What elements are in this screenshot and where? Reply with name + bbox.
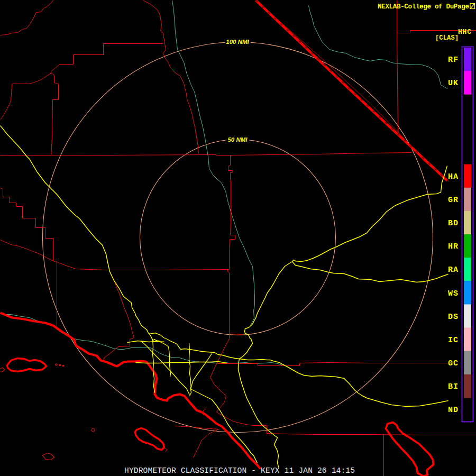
svg-text:HR: HR xyxy=(448,242,458,251)
svg-text:BD: BD xyxy=(448,219,458,228)
svg-text:DS: DS xyxy=(448,313,458,322)
svg-text:50 NMI: 50 NMI xyxy=(227,136,248,143)
svg-text:BI: BI xyxy=(448,382,458,391)
svg-text:[CLAS]: [CLAS] xyxy=(435,34,459,42)
svg-text:GR: GR xyxy=(448,196,458,205)
svg-text:100 NMI: 100 NMI xyxy=(226,39,249,45)
svg-text:ND: ND xyxy=(448,406,458,415)
svg-text:HHC: HHC xyxy=(458,28,471,36)
svg-text:RA: RA xyxy=(448,266,458,274)
svg-text:WS: WS xyxy=(448,289,458,298)
svg-text:GC: GC xyxy=(448,359,458,368)
svg-text:NEXLAB-College of DuPage: NEXLAB-College of DuPage xyxy=(378,3,469,11)
svg-text:RF: RF xyxy=(448,56,458,65)
svg-text:HYDROMETEOR CLASSIFICATION - K: HYDROMETEOR CLASSIFICATION - KEYX 11 JAN… xyxy=(124,466,355,475)
svg-text:IC: IC xyxy=(448,336,458,345)
svg-text:HA: HA xyxy=(448,172,458,181)
svg-text:UK: UK xyxy=(448,79,458,88)
